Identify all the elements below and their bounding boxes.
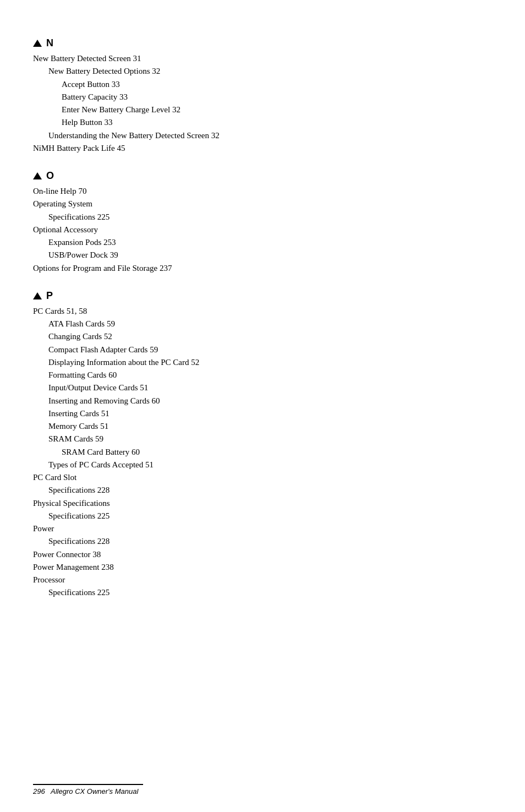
index-entry: Specifications 225 — [33, 586, 492, 599]
section-letter-N: N — [46, 37, 53, 49]
index-entry: Inserting Cards 51 — [33, 407, 492, 420]
index-entry: USB/Power Dock 39 — [33, 249, 492, 261]
footer: 296 Allegro CX Owner's Manual — [33, 784, 492, 795]
index-entry: Specifications 228 — [33, 484, 492, 497]
index-entry: Specifications 225 — [33, 510, 492, 522]
index-entry: NiMH Battery Pack Life 45 — [33, 142, 492, 155]
index-entry: New Battery Detected Options 32 — [33, 65, 492, 78]
index-entry: Changing Cards 52 — [33, 330, 492, 343]
footer-divider — [33, 784, 143, 785]
index-entry: Expansion Pods 253 — [33, 236, 492, 249]
index-entry: Operating System — [33, 198, 492, 210]
index-entry: Optional Accessory — [33, 224, 492, 236]
index-entry: Accept Button 33 — [33, 78, 492, 91]
index-entry: Inserting and Removing Cards 60 — [33, 395, 492, 407]
index-entry: Processor — [33, 574, 492, 586]
section-letter-O: O — [46, 170, 54, 182]
manual-title: Allegro CX Owner's Manual — [51, 787, 138, 795]
index-entry: Formatting Cards 60 — [33, 369, 492, 382]
index-entry: Displaying Information about the PC Card… — [33, 356, 492, 369]
index-entry: New Battery Detected Screen 31 — [33, 52, 492, 65]
index-entry: Input/Output Device Cards 51 — [33, 382, 492, 394]
triangle-icon — [33, 172, 42, 179]
index-entry: Help Button 33 — [33, 116, 492, 129]
triangle-icon — [33, 292, 42, 299]
index-entry: Specifications 228 — [33, 535, 492, 548]
index-entry: Types of PC Cards Accepted 51 — [33, 459, 492, 471]
index-entry: ATA Flash Cards 59 — [33, 318, 492, 330]
index-entry: Power — [33, 522, 492, 535]
index-entry: SRAM Card Battery 60 — [33, 446, 492, 459]
index-entry: Physical Specifications — [33, 497, 492, 510]
index-entry: PC Cards 51, 58 — [33, 305, 492, 318]
section-header-N: N — [33, 37, 492, 49]
index-entry: Enter New Battery Charge Level 32 — [33, 103, 492, 116]
index-entry: SRAM Cards 59 — [33, 433, 492, 445]
index-entry: Power Connector 38 — [33, 548, 492, 561]
index-entry: Memory Cards 51 — [33, 420, 492, 433]
section-header-P: P — [33, 290, 492, 302]
index-entry: Options for Program and File Storage 237 — [33, 262, 492, 275]
index-entry: Specifications 225 — [33, 211, 492, 224]
index-entry: Understanding the New Battery Detected S… — [33, 129, 492, 142]
index-entry: Battery Capacity 33 — [33, 91, 492, 103]
index-entry: Power Management 238 — [33, 561, 492, 574]
index-entry: On-line Help 70 — [33, 185, 492, 198]
index-entry: PC Card Slot — [33, 471, 492, 484]
index-entry: Compact Flash Adapter Cards 59 — [33, 344, 492, 356]
page: NNew Battery Detected Screen 31New Batte… — [0, 0, 525, 812]
page-number: 296 — [33, 787, 45, 795]
section-header-O: O — [33, 170, 492, 182]
section-letter-P: P — [46, 290, 53, 302]
triangle-icon — [33, 40, 42, 47]
footer-text: 296 Allegro CX Owner's Manual — [33, 787, 492, 795]
